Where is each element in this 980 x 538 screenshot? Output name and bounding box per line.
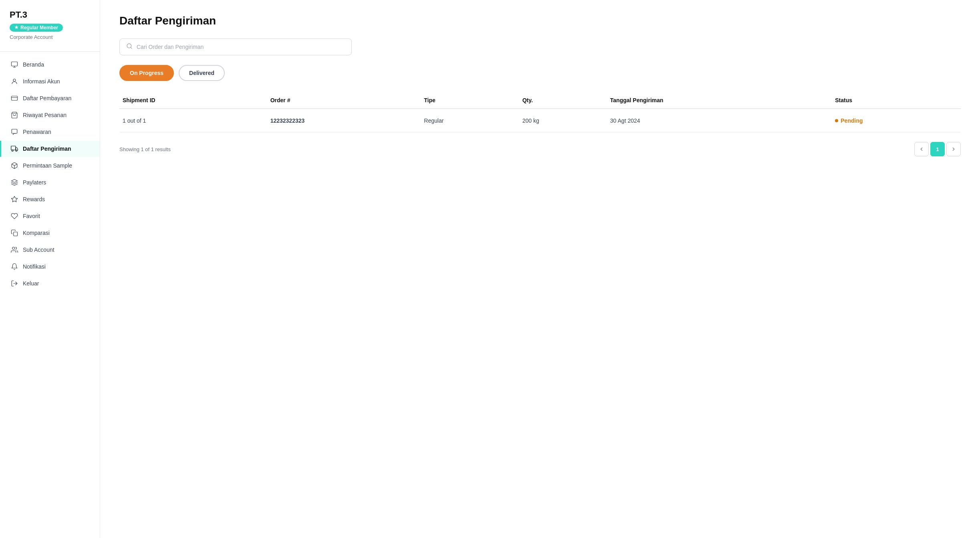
sidebar-item-label: Daftar Pengiriman [23, 146, 71, 152]
svg-rect-14 [14, 232, 18, 236]
tab-delivered[interactable]: Delivered [179, 65, 225, 81]
layers-icon [11, 179, 18, 186]
heart-icon [11, 212, 18, 220]
svg-point-10 [16, 150, 17, 152]
sidebar-item-penawaran[interactable]: Penawaran [0, 124, 100, 140]
sidebar-item-paylaters[interactable]: Paylaters [0, 174, 100, 190]
star-icon: ★ [14, 25, 18, 30]
sidebar-item-label: Penawaran [23, 129, 51, 135]
col-qty: Qty. [519, 92, 607, 109]
sidebar-item-label: Keluar [23, 280, 39, 287]
svg-marker-13 [12, 196, 18, 202]
package-icon [11, 162, 18, 169]
sidebar-item-keluar[interactable]: Keluar [0, 275, 100, 291]
status-dot [835, 119, 838, 122]
col-status: Status [832, 92, 961, 109]
cell-status: Pending [832, 109, 961, 132]
pagination-controls: 1 [914, 142, 961, 156]
sidebar-nav: Beranda Informasi Akun Daftar Pembayaran… [0, 57, 100, 291]
sidebar-item-label: Favorit [23, 213, 40, 219]
svg-rect-4 [12, 96, 18, 100]
col-order-num: Order # [267, 92, 421, 109]
pagination-prev-button[interactable] [914, 142, 929, 156]
cell-shipment-id: 1 out of 1 [119, 109, 267, 132]
showing-text: Showing 1 of 1 results [119, 146, 171, 152]
shopping-bag-icon [11, 111, 18, 119]
pagination-page-1-button[interactable]: 1 [930, 142, 945, 156]
sidebar-item-label: Notifikasi [23, 263, 46, 270]
bell-icon [11, 263, 18, 270]
sidebar-item-rewards[interactable]: Rewards [0, 191, 100, 207]
sidebar-item-label: Permintaan Sample [23, 162, 72, 169]
sidebar-item-notifikasi[interactable]: Notifikasi [0, 259, 100, 275]
users-icon [11, 246, 18, 253]
table-row[interactable]: 1 out of 1 12232322323 Regular 200 kg 30… [119, 109, 961, 132]
sidebar-item-label: Daftar Pembayaran [23, 95, 71, 101]
svg-line-18 [131, 47, 132, 49]
svg-point-9 [12, 150, 13, 152]
sidebar-item-label: Rewards [23, 196, 45, 202]
truck-icon [11, 145, 18, 152]
pagination-next-button[interactable] [946, 142, 961, 156]
col-shipment-id: Shipment ID [119, 92, 267, 109]
sidebar-item-sub-account[interactable]: Sub Account [0, 242, 100, 258]
shipments-table: Shipment ID Order # Tipe Qty. Tanggal Pe… [119, 92, 961, 132]
sidebar-item-riwayat-pesanan[interactable]: Riwayat Pesanan [0, 107, 100, 123]
cell-qty: 200 kg [519, 109, 607, 132]
svg-point-3 [13, 79, 16, 81]
sidebar-item-label: Informasi Akun [23, 78, 60, 85]
page-title: Daftar Pengiriman [119, 14, 961, 27]
search-input[interactable] [137, 44, 345, 50]
sidebar-item-informasi-akun[interactable]: Informasi Akun [0, 73, 100, 89]
svg-rect-8 [11, 146, 16, 150]
col-tanggal: Tanggal Pengiriman [607, 92, 832, 109]
svg-rect-0 [12, 62, 18, 66]
search-icon [126, 43, 133, 51]
table-body: 1 out of 1 12232322323 Regular 200 kg 30… [119, 109, 961, 132]
monitor-icon [11, 61, 18, 68]
sidebar: PT.3 ★ Regular Member Corporate Account … [0, 0, 100, 538]
sidebar-item-komparasi[interactable]: Komparasi [0, 225, 100, 241]
sidebar-item-label: Sub Account [23, 247, 54, 253]
svg-rect-7 [12, 129, 17, 133]
status-badge: Pending [835, 117, 863, 124]
table-header: Shipment ID Order # Tipe Qty. Tanggal Pe… [119, 92, 961, 109]
message-square-icon [11, 128, 18, 136]
search-bar-container [119, 38, 352, 55]
sidebar-item-favorit[interactable]: Favorit [0, 208, 100, 224]
brand-name: PT.3 [10, 10, 90, 20]
account-type: Corporate Account [10, 34, 90, 40]
pagination-row: Showing 1 of 1 results 1 [119, 142, 961, 156]
sidebar-item-label: Komparasi [23, 230, 50, 236]
sidebar-item-label: Beranda [23, 61, 44, 68]
cell-tanggal: 30 Agt 2024 [607, 109, 832, 132]
filter-tabs: On Progress Delivered [119, 65, 961, 81]
star-icon [11, 196, 18, 203]
col-tipe: Tipe [421, 92, 519, 109]
user-icon [11, 78, 18, 85]
tab-on-progress[interactable]: On Progress [119, 65, 174, 81]
svg-marker-12 [12, 179, 18, 182]
cell-order-num: 12232322323 [267, 109, 421, 132]
sidebar-item-label: Paylaters [23, 179, 46, 186]
sidebar-item-label: Riwayat Pesanan [23, 112, 67, 118]
shipments-table-container: Shipment ID Order # Tipe Qty. Tanggal Pe… [119, 92, 961, 132]
sidebar-item-daftar-pembayaran[interactable]: Daftar Pembayaran [0, 90, 100, 106]
copy-icon [11, 229, 18, 237]
sidebar-item-daftar-pengiriman[interactable]: Daftar Pengiriman [0, 141, 100, 157]
cell-tipe: Regular [421, 109, 519, 132]
svg-point-15 [12, 247, 15, 249]
sidebar-item-beranda[interactable]: Beranda [0, 57, 100, 73]
member-badge: ★ Regular Member [10, 24, 63, 32]
credit-card-icon [11, 95, 18, 102]
log-out-icon [11, 280, 18, 287]
main-content: Daftar Pengiriman On Progress Delivered … [100, 0, 980, 538]
sidebar-divider [0, 51, 100, 52]
sidebar-header: PT.3 ★ Regular Member Corporate Account [0, 10, 100, 47]
status-label: Pending [841, 117, 863, 124]
sidebar-item-permintaan-sample[interactable]: Permintaan Sample [0, 158, 100, 174]
